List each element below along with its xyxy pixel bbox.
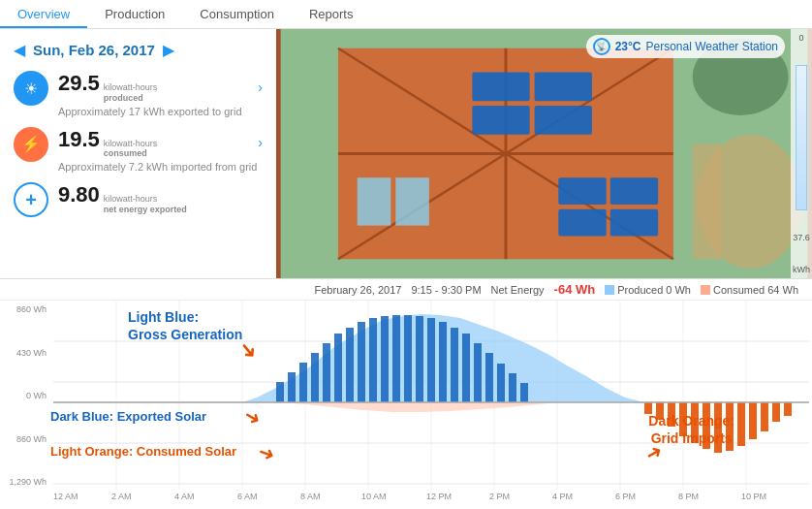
y-label-860-top: 860 Wh [4, 304, 47, 314]
svg-rect-69 [761, 402, 768, 431]
svg-rect-52 [451, 328, 458, 402]
svg-text:8 AM: 8 AM [300, 492, 321, 501]
svg-rect-57 [509, 373, 516, 402]
svg-rect-42 [334, 334, 342, 402]
stat-row-net: + 9.80 kilowatt-hoursnet energy exported [14, 182, 263, 217]
date-next-arrow[interactable]: ▶ [163, 41, 174, 59]
weather-icon: 📡 [593, 38, 610, 55]
svg-text:4 PM: 4 PM [552, 492, 573, 501]
house-image-panel: 📡 23°C Personal Weather Station 0 37.6 k… [276, 29, 812, 278]
chart-svg-container: 12 AM 2 AM 4 AM 6 AM 8 AM 10 AM 12 PM 2 … [50, 301, 812, 504]
svg-rect-53 [462, 334, 470, 402]
weather-station: 📡 23°C Personal Weather Station [586, 35, 785, 58]
svg-rect-15 [610, 209, 658, 237]
svg-rect-14 [610, 177, 658, 205]
svg-rect-39 [299, 363, 307, 402]
svg-text:2 AM: 2 AM [111, 492, 132, 501]
annotation-dark-blue: Dark Blue: Exported Solar [50, 409, 206, 424]
date-display: Sun, Feb 26, 2017 [33, 42, 155, 58]
scale-top: 0 [798, 33, 803, 43]
svg-rect-47 [392, 315, 400, 402]
stat-info-net: 9.80 kilowatt-hoursnet energy exported [58, 182, 263, 215]
produced-arrow[interactable]: › [258, 80, 263, 95]
svg-rect-67 [737, 402, 745, 446]
svg-rect-8 [472, 72, 529, 101]
chart-body: 860 Wh 430 Wh 0 Wh 860 Wh 1,290 Wh [0, 301, 812, 504]
scale-bar: 0 37.6 kWh [791, 29, 812, 278]
legend-consumed: Consumed 64 Wh [701, 284, 798, 296]
svg-rect-48 [404, 315, 412, 402]
produced-unit: kilowatt-hoursproduced [104, 82, 158, 104]
date-navigation: ◀ Sun, Feb 26, 2017 ▶ [14, 35, 263, 71]
svg-rect-11 [535, 106, 592, 135]
svg-rect-37 [276, 382, 284, 402]
svg-rect-70 [772, 402, 780, 422]
net-energy-value: -64 Wh [554, 282, 596, 297]
left-panel: ◀ Sun, Feb 26, 2017 ▶ ☀ 29.5 kilowatt-ho… [0, 29, 276, 278]
tab-overview[interactable]: Overview [0, 0, 87, 28]
consumed-arrow[interactable]: › [258, 135, 263, 150]
svg-rect-51 [439, 322, 447, 402]
y-axis-labels: 860 Wh 430 Wh 0 Wh 860 Wh 1,290 Wh [0, 301, 50, 504]
stat-info-consumed: 19.5 kilowatt-hoursconsumed › Approximat… [58, 127, 263, 174]
svg-rect-40 [311, 353, 319, 402]
svg-text:12 AM: 12 AM [53, 492, 78, 501]
date-prev-arrow[interactable]: ◀ [14, 41, 25, 59]
svg-rect-58 [520, 383, 528, 402]
svg-text:6 PM: 6 PM [615, 492, 636, 501]
svg-rect-56 [497, 364, 505, 402]
stat-row-produced: ☀ 29.5 kilowatt-hoursproduced › Approxim… [14, 71, 263, 117]
svg-text:8 PM: 8 PM [678, 492, 699, 501]
svg-rect-13 [558, 209, 606, 237]
svg-rect-68 [749, 402, 757, 439]
net-value: 9.80 [58, 182, 100, 207]
stat-info-produced: 29.5 kilowatt-hoursproduced › Approximat… [58, 71, 263, 117]
net-unit: kilowatt-hoursnet energy exported [104, 194, 187, 215]
main-content: ◀ Sun, Feb 26, 2017 ▶ ☀ 29.5 kilowatt-ho… [0, 29, 812, 279]
svg-rect-12 [558, 177, 606, 205]
chart-date: February 26, 2017 [315, 284, 402, 296]
tab-production[interactable]: Production [87, 0, 182, 28]
consumed-value: 19.5 [58, 127, 100, 152]
svg-rect-41 [323, 343, 330, 402]
chart-header: February 26, 2017 9:15 - 9:30 PM Net Ene… [0, 279, 812, 301]
svg-rect-20 [395, 177, 429, 225]
house-aerial-svg [276, 29, 812, 278]
produced-sub: Approximately 17 kWh exported to grid [58, 106, 263, 117]
weather-temp: 23°C [615, 40, 641, 53]
svg-rect-43 [346, 328, 354, 402]
y-label-430: 430 Wh [4, 348, 47, 358]
svg-rect-9 [535, 72, 592, 101]
svg-rect-54 [474, 343, 482, 402]
svg-rect-19 [358, 177, 391, 225]
svg-text:12 PM: 12 PM [426, 492, 452, 501]
weather-label: Personal Weather Station [645, 40, 778, 53]
tab-reports[interactable]: Reports [292, 0, 371, 28]
svg-text:10 AM: 10 AM [361, 492, 387, 501]
y-label-1290: 1,290 Wh [4, 477, 47, 487]
y-label-860-bot: 860 Wh [4, 434, 47, 444]
svg-rect-17 [693, 144, 722, 260]
svg-rect-50 [427, 318, 435, 402]
svg-rect-10 [472, 106, 529, 135]
scale-mid: 37.6 [793, 233, 810, 242]
svg-rect-49 [416, 316, 423, 402]
annotation-light-blue: Light Blue:Gross Generation [128, 308, 242, 343]
svg-rect-38 [288, 372, 296, 402]
consumed-unit: kilowatt-hoursconsumed [104, 139, 158, 160]
net-icon: + [14, 182, 48, 217]
svg-text:10 PM: 10 PM [741, 492, 766, 501]
solar-icon: ☀ [14, 71, 48, 106]
stat-row-consumed: ⚡ 19.5 kilowatt-hoursconsumed › Approxim… [14, 127, 263, 174]
svg-rect-71 [784, 402, 792, 416]
y-label-0: 0 Wh [4, 391, 47, 400]
tab-consumption[interactable]: Consumption [182, 0, 292, 28]
annotation-dark-orange: Dark Orange:Grid Imports [648, 412, 734, 447]
svg-text:2 PM: 2 PM [489, 492, 510, 501]
svg-text:4 AM: 4 AM [174, 492, 195, 501]
svg-rect-55 [485, 353, 493, 402]
produced-value: 29.5 [58, 71, 100, 96]
annotation-light-orange: Light Orange: Consumed Solar [50, 444, 236, 459]
svg-rect-44 [358, 322, 365, 402]
tabs-bar: Overview Production Consumption Reports [0, 0, 812, 29]
